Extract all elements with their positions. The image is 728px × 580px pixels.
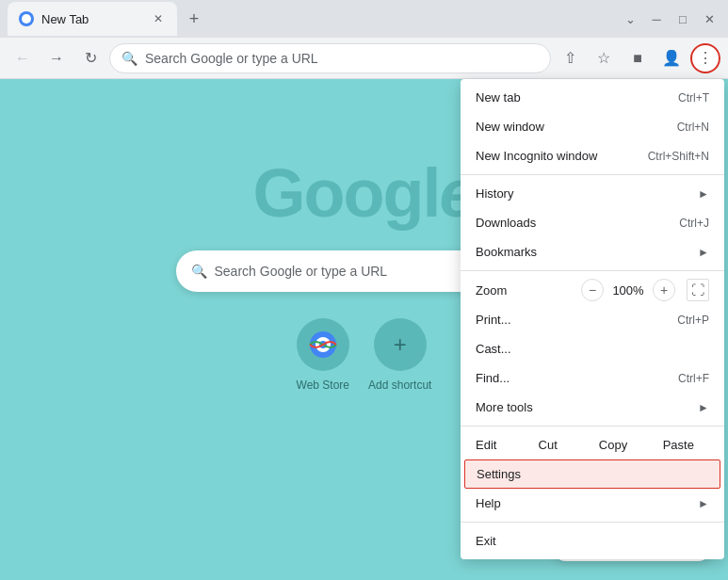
title-bar: New Tab ✕ + ⌄ ─ □ ✕ <box>0 0 728 38</box>
submenu-arrow-icon: ► <box>698 497 709 510</box>
menu-item-incognito[interactable]: New Incognito window Ctrl+Shift+N <box>461 141 724 170</box>
menu-item-label: New Incognito window <box>476 149 640 163</box>
webstore-shortcut[interactable]: Web Store <box>297 318 349 392</box>
address-text: Search Google or type a URL <box>145 51 539 66</box>
menu-divider <box>461 174 724 175</box>
menu-shortcut: Ctrl+J <box>679 217 709 230</box>
maximize-button[interactable]: □ <box>671 8 694 30</box>
menu-item-settings[interactable]: Settings <box>464 459 720 489</box>
submenu-arrow-icon: ► <box>698 187 709 201</box>
webstore-svg-icon <box>308 330 338 360</box>
menu-item-label: New window <box>476 120 670 134</box>
address-bar[interactable]: 🔍 Search Google or type a URL <box>109 43 551 73</box>
webstore-label: Web Store <box>297 379 349 392</box>
menu-shortcut: Ctrl+N <box>677 121 709 134</box>
close-button[interactable]: ✕ <box>698 8 720 30</box>
menu-shortcut: Ctrl+T <box>678 91 709 105</box>
menu-item-history[interactable]: History ► <box>461 179 724 208</box>
menu-item-label: Exit <box>476 534 709 548</box>
new-tab-button[interactable]: + <box>181 6 207 32</box>
chevron-up-icon[interactable]: ⌄ <box>619 8 641 30</box>
menu-item-label: New tab <box>476 90 671 105</box>
menu-item-exit[interactable]: Exit <box>461 526 724 556</box>
menu-item-new-tab[interactable]: New tab Ctrl+T <box>461 83 724 112</box>
zoom-plus-button[interactable]: + <box>653 279 675 301</box>
extensions-icon[interactable]: ■ <box>623 43 653 73</box>
menu-item-label: More tools <box>476 400 690 414</box>
edit-row: Edit Cut Copy Paste <box>461 430 724 459</box>
menu-item-new-window[interactable]: New window Ctrl+N <box>461 112 724 141</box>
menu-divider <box>461 426 724 427</box>
active-tab[interactable]: New Tab ✕ <box>8 2 177 36</box>
tab-favicon <box>19 11 34 26</box>
menu-item-label: Cast... <box>476 342 709 356</box>
zoom-row: Zoom − 100% + ⛶ <box>461 275 724 305</box>
add-shortcut[interactable]: + Add shortcut <box>368 318 431 392</box>
webstore-icon-bg <box>297 318 349 371</box>
toolbar-icons: ⇧ ☆ ■ 👤 ⋮ <box>555 43 720 73</box>
zoom-label: Zoom <box>476 283 577 298</box>
menu-item-more-tools[interactable]: More tools ► <box>461 393 724 422</box>
browser-frame: New Tab ✕ + ⌄ ─ □ ✕ ← → ↻ 🔍 Search Googl… <box>0 0 728 580</box>
menu-item-label: Help <box>476 496 690 510</box>
menu-item-find[interactable]: Find... Ctrl+F <box>461 363 724 393</box>
google-logo-text: Googl <box>253 155 440 231</box>
edit-label: Edit <box>476 438 513 452</box>
menu-item-print[interactable]: Print... Ctrl+P <box>461 305 724 334</box>
dropdown-menu: New tab Ctrl+T New window Ctrl+N New Inc… <box>461 79 724 559</box>
zoom-minus-button[interactable]: − <box>581 279 604 301</box>
tab-title: New Tab <box>41 12 143 26</box>
bookmark-icon[interactable]: ☆ <box>589 43 619 73</box>
menu-item-help[interactable]: Help ► <box>461 489 724 518</box>
cut-button[interactable]: Cut <box>517 434 578 456</box>
three-dots-button[interactable]: ⋮ <box>690 43 720 73</box>
menu-shortcut: Ctrl+Shift+N <box>648 150 709 163</box>
toolbar: ← → ↻ 🔍 Search Google or type a URL ⇧ ☆ … <box>0 38 728 79</box>
menu-shortcut: Ctrl+F <box>678 372 709 385</box>
forward-button[interactable]: → <box>41 43 72 73</box>
menu-item-label: Bookmarks <box>476 245 690 259</box>
minimize-button[interactable]: ─ <box>645 8 668 30</box>
window-controls: ⌄ ─ □ ✕ <box>619 8 720 30</box>
profile-icon[interactable]: 👤 <box>656 43 687 73</box>
menu-divider <box>461 270 724 271</box>
menu-item-label: Downloads <box>476 216 671 230</box>
copy-button[interactable]: Copy <box>582 434 643 456</box>
zoom-value: 100% <box>611 283 645 298</box>
zoom-fullscreen-button[interactable]: ⛶ <box>687 279 709 301</box>
google-logo: Google <box>253 154 476 232</box>
menu-divider <box>461 522 724 523</box>
reload-button[interactable]: ↻ <box>75 43 105 73</box>
plus-icon: + <box>394 331 407 358</box>
menu-item-label: Find... <box>476 371 671 385</box>
menu-item-label: Print... <box>476 313 670 327</box>
search-icon: 🔍 <box>191 264 207 279</box>
shortcuts-row: Web Store + Add shortcut <box>297 318 432 392</box>
back-button[interactable]: ← <box>8 43 38 73</box>
search-icon: 🔍 <box>121 51 138 66</box>
menu-item-downloads[interactable]: Downloads Ctrl+J <box>461 208 724 237</box>
share-icon[interactable]: ⇧ <box>555 43 585 73</box>
paste-button[interactable]: Paste <box>648 434 709 456</box>
menu-shortcut: Ctrl+P <box>677 314 709 327</box>
menu-item-label: History <box>476 186 690 201</box>
tab-close-button[interactable]: ✕ <box>151 11 166 26</box>
menu-item-label: Settings <box>477 467 708 481</box>
zoom-controls: − 100% + ⛶ <box>581 279 709 301</box>
add-shortcut-label: Add shortcut <box>368 379 431 392</box>
menu-item-bookmarks[interactable]: Bookmarks ► <box>461 237 724 266</box>
submenu-arrow-icon: ► <box>698 246 709 259</box>
add-shortcut-icon-bg: + <box>374 318 427 371</box>
menu-item-cast[interactable]: Cast... <box>461 334 724 363</box>
submenu-arrow-icon: ► <box>698 401 709 414</box>
